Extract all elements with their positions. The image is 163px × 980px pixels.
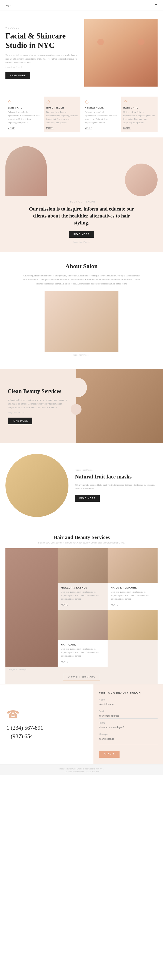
pedicure-photo bbox=[108, 609, 158, 640]
hero-description: Est ut amet facibus magna alum tempo. A … bbox=[5, 53, 79, 64]
nails-pedicure-more[interactable]: MORE bbox=[111, 603, 118, 606]
phone-number-1: 1 (234) 567-891 bbox=[6, 724, 87, 732]
view-all-row: VIEW ALL SERVICES bbox=[5, 670, 158, 684]
hair-care-grid-desc: Duis aute irure dolor in reprehenderit i… bbox=[61, 647, 104, 658]
hydrafacial-title: HYDRAFACIAL bbox=[85, 107, 117, 109]
hair-care-grid-more[interactable]: MORE bbox=[61, 660, 68, 663]
clean-beauty-image-credit: Image from Freepik bbox=[8, 412, 68, 414]
footer-text-2: · Do Not Sell My Personal Data · Wix Sit… bbox=[5, 770, 158, 773]
service-skin-care: ◇ SKIN CARE Duis aute irure dolor in rep… bbox=[5, 97, 42, 132]
clean-beauty-section: Clean Beauty Services Volutpat mollis to… bbox=[0, 369, 163, 443]
skin-care-title: SKIN CARE bbox=[8, 107, 40, 109]
services-section: ◇ SKIN CARE Duis aute irure dolor in rep… bbox=[0, 91, 163, 137]
form-label-message: Message bbox=[99, 733, 158, 735]
form-submit-button[interactable]: SUBMIT bbox=[99, 751, 120, 758]
nails-pedicure-content: Nails & Pedicure Duis aute irure dolor i… bbox=[108, 583, 158, 609]
natural-masks-photo bbox=[5, 454, 68, 517]
hair-beauty-image-credit: Images from Freepik bbox=[9, 668, 27, 670]
hair-care-photo bbox=[58, 609, 108, 640]
clean-beauty-photo bbox=[76, 369, 163, 443]
about-salon-photo bbox=[44, 291, 119, 352]
natural-masks-read-more-button[interactable]: READ MORE bbox=[75, 495, 100, 502]
nose-filler-title: NOSE FILLER bbox=[46, 107, 78, 109]
hair-care-content: Hair Care Duis aute irure dolor in repre… bbox=[58, 640, 108, 667]
bottom-section: ☎ 1 (234) 567-891 1 (987) 654 Visit Our … bbox=[0, 684, 163, 764]
hair-care-title: HAIR CARE bbox=[123, 107, 156, 109]
hair-care-icon: ◇ bbox=[123, 99, 156, 105]
hero-read-more-button[interactable]: READ MORE bbox=[5, 72, 30, 79]
form-input-message[interactable] bbox=[99, 736, 158, 745]
form-label-email: Email bbox=[99, 710, 158, 713]
about-label: ABOUT OUR SALON bbox=[5, 200, 158, 203]
nav-logo: logo bbox=[5, 3, 10, 7]
phone-number-2: 1 (987) 654 bbox=[6, 732, 87, 741]
nose-filler-icon: ◇ bbox=[46, 99, 78, 105]
makeup-lashes-content: Makeup & Lashes Duis aute irure dolor in… bbox=[58, 583, 108, 609]
hair-beauty-title: Hair and Beauty Services bbox=[5, 535, 158, 540]
natural-masks-description: Nibh venenatis cras sed felis eget velit… bbox=[75, 483, 158, 491]
nav-menu-icon[interactable]: ≡ bbox=[155, 3, 158, 8]
mission-image-credit: Image from Freepik bbox=[5, 241, 158, 243]
service-hair-care: ◇ HAIR CARE Duis aute irure dolor in rep… bbox=[121, 97, 158, 132]
clean-beauty-description: Volutpat mollis torque pretium senectus … bbox=[8, 398, 68, 409]
grid-empty-cell bbox=[108, 640, 158, 667]
hair-care-more[interactable]: MORE bbox=[123, 127, 131, 129]
natural-masks-credit: Images from Freepik bbox=[75, 469, 158, 471]
form-field-message: Message bbox=[99, 733, 158, 746]
service-main-photo bbox=[5, 548, 58, 667]
service-grid: Makeup & Lashes Duis aute irure dolor in… bbox=[5, 548, 158, 667]
makeup-lashes-photo bbox=[58, 548, 108, 583]
about-salon-section: About Salon Adipiscing bibendum est ultr… bbox=[0, 252, 163, 367]
nose-filler-more[interactable]: MORE bbox=[46, 127, 54, 129]
about-salon-description: Adipiscing bibendum est ultrices integer… bbox=[21, 274, 142, 286]
hydrafacial-desc: Duis aute irure dolor in reprehenderit i… bbox=[85, 110, 117, 124]
navbar: logo ≡ bbox=[0, 0, 163, 10]
hair-beauty-section: Hair and Beauty Services Sample text. Cl… bbox=[0, 526, 163, 684]
makeup-lashes-more[interactable]: MORE bbox=[61, 603, 68, 606]
mission-read-more-button[interactable]: READ MORE bbox=[69, 231, 94, 238]
footer: Designed with Wix. Create a free website… bbox=[0, 764, 163, 775]
hydrafacial-more[interactable]: MORE bbox=[85, 127, 92, 129]
hero-image bbox=[84, 19, 158, 87]
form-field-name: Name bbox=[99, 698, 158, 707]
form-input-phone[interactable] bbox=[99, 725, 158, 730]
nails-pedicure-desc: Duis aute irure dolor in reprehenderit i… bbox=[111, 590, 154, 601]
phone-section: ☎ 1 (234) 567-891 1 (987) 654 bbox=[0, 684, 93, 764]
visit-form-title: Visit Our Beauty Salon bbox=[99, 691, 158, 694]
mission-title: Our mission is to inspire, inform and ed… bbox=[27, 205, 136, 227]
phone-icon: ☎ bbox=[6, 708, 87, 720]
form-input-email[interactable] bbox=[99, 713, 158, 719]
natural-masks-section: Images from Freepik Natural fruit face m… bbox=[0, 445, 163, 526]
form-label-phone: Phone bbox=[99, 722, 158, 724]
hydrafacial-icon: ◇ bbox=[85, 99, 117, 105]
clean-beauty-read-more-button[interactable]: READ MORE bbox=[8, 418, 32, 424]
hero-section: WELCOME Facial & Skincare Studio in NYC … bbox=[0, 10, 163, 91]
nails-pedicure-photo bbox=[108, 548, 158, 583]
nails-pedicure-title: Nails & Pedicure bbox=[111, 586, 154, 589]
view-all-button[interactable]: VIEW ALL SERVICES bbox=[63, 674, 100, 681]
natural-masks-text: Images from Freepik Natural fruit face m… bbox=[75, 469, 158, 502]
visit-form: Visit Our Beauty Salon Name Email Phone … bbox=[93, 684, 163, 764]
hair-beauty-credit-row: Images from Freepik bbox=[5, 667, 158, 670]
clean-beauty-text: Clean Beauty Services Volutpat mollis to… bbox=[0, 369, 76, 443]
form-input-name[interactable] bbox=[99, 702, 158, 707]
nose-filler-desc: Duis aute irure dolor in reprehenderit i… bbox=[46, 110, 78, 124]
hair-care-desc: Duis aute irure dolor in reprehenderit i… bbox=[123, 110, 156, 124]
natural-masks-title: Natural fruit face masks bbox=[75, 473, 158, 480]
service-nose-filler: ◇ NOSE FILLER Duis aute irure dolor in r… bbox=[44, 97, 81, 132]
skin-care-icon: ◇ bbox=[8, 99, 40, 105]
mission-section: ABOUT OUR SALON Our mission is to inspir… bbox=[0, 137, 163, 252]
hero-welcome-label: WELCOME bbox=[5, 27, 79, 29]
service-hydrafacial: ◇ HYDRAFACIAL Duis aute irure dolor in r… bbox=[82, 97, 119, 132]
skin-care-desc: Duis aute irure dolor in reprehenderit i… bbox=[8, 110, 40, 124]
makeup-lashes-desc: Duis aute irure dolor in reprehenderit i… bbox=[61, 590, 104, 601]
form-field-phone: Phone bbox=[99, 722, 158, 730]
makeup-lashes-title: Makeup & Lashes bbox=[61, 586, 104, 589]
clean-beauty-title: Clean Beauty Services bbox=[8, 388, 68, 395]
skin-care-more[interactable]: MORE bbox=[8, 127, 15, 129]
about-salon-credit: Image from Freepik bbox=[5, 354, 158, 356]
hero-title: Facial & Skincare Studio in NYC bbox=[5, 31, 79, 50]
hero-text: WELCOME Facial & Skincare Studio in NYC … bbox=[5, 27, 79, 79]
hair-care-grid-title: Hair Care bbox=[61, 643, 104, 646]
mission-image-left bbox=[5, 146, 47, 196]
